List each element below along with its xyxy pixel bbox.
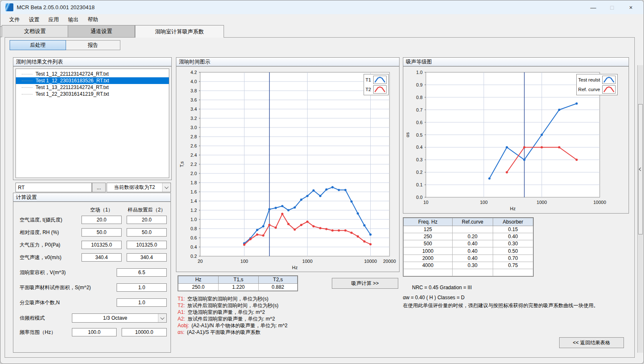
legend-label-test-result: Test reulst: [578, 77, 600, 82]
rt-name-input[interactable]: [15, 183, 92, 192]
tree-guide-line: [22, 87, 33, 88]
freq-table-cell: 250: [404, 233, 453, 240]
svg-text:10: 10: [423, 200, 428, 205]
octave-mode-combo[interactable]: 1/3 Octave: [72, 313, 167, 323]
pressure-2-input[interactable]: [127, 241, 167, 249]
note-label: αs:: [178, 329, 184, 335]
sound-speed-2-input[interactable]: [127, 253, 167, 262]
tree-guide-line: [22, 94, 33, 94]
freq-table-header: Ref.curve: [452, 218, 493, 226]
legend-label-t2: T2: [366, 87, 371, 92]
label-sample-area: 平面吸声材料试件面积，S(m^2): [20, 283, 91, 292]
rt-readout-table: Hz T1,s T2,s 250.0 1.220 0.882: [178, 275, 298, 291]
freq-table-cell: 0.20: [452, 233, 493, 240]
label-air-temp: 空气温度, t(摄氏度): [20, 216, 62, 224]
svg-text:100: 100: [240, 259, 248, 264]
subtab-report[interactable]: 报告: [66, 40, 120, 50]
freq-table-cell: 125: [404, 226, 453, 233]
note-text: (A2-A1)/S 平面吸声体的吸声系数: [187, 329, 260, 335]
absorption-calc-button[interactable]: 吸声计算 >>: [332, 278, 398, 289]
note-text: (A2-A1)/N 单个物体的吸声量，单位为: m^2: [191, 323, 288, 328]
rt-th-hz: Hz: [178, 276, 219, 284]
absorber-count-input[interactable]: [117, 298, 167, 307]
menu-item-4[interactable]: 帮助: [83, 15, 103, 25]
main-tab-strip: 文档设置通道设置混响室计算吸声系数: [2, 25, 224, 37]
menu-bar: 文件设置应用输出帮助: [0, 14, 644, 25]
t2-curve-icon: [373, 85, 387, 94]
svg-text:0.6: 0.6: [191, 235, 197, 240]
svg-text:1.4: 1.4: [191, 199, 197, 204]
file-name: Test 1_13_221123142724_RT.txt: [36, 84, 109, 90]
tree-guide-line: [22, 74, 33, 74]
menu-item-1[interactable]: 设置: [24, 15, 44, 25]
note-label: A1:: [178, 309, 185, 315]
sound-speed-1-input[interactable]: [81, 253, 122, 262]
svg-text:Hz: Hz: [510, 206, 515, 211]
svg-text:0.2: 0.2: [416, 170, 423, 175]
note-label: Aobj:: [178, 323, 189, 328]
file-list-item[interactable]: Test 1_12_230316183526_RT.txt: [16, 77, 169, 84]
main-tab-0[interactable]: 文档设置: [2, 25, 68, 37]
main-tab-2[interactable]: 混响室计算吸声系数: [135, 25, 224, 38]
chevron-down-icon[interactable]: [162, 183, 171, 192]
rt-chart[interactable]: 0.20.40.60.81.01.21.41.61.82.02.22.42.62…: [176, 66, 399, 272]
humidity-1-input[interactable]: [81, 228, 122, 237]
humidity-2-input[interactable]: [127, 228, 167, 237]
svg-text:1.0: 1.0: [191, 217, 197, 222]
freq-table-header: Absorber: [493, 218, 533, 226]
freq-max-input[interactable]: [122, 328, 167, 336]
app-logo-icon: [5, 3, 13, 11]
freq-table-cell: 0.75: [493, 262, 533, 269]
menu-item-2[interactable]: 应用: [44, 15, 64, 25]
pressure-1-input[interactable]: [81, 241, 122, 249]
freq-table-cell: [452, 269, 493, 276]
minimize-button[interactable]: —: [584, 0, 603, 14]
freq-table-cell: 1000: [404, 247, 453, 255]
svg-text:3.0: 3.0: [191, 125, 197, 130]
svg-text:0.6: 0.6: [416, 120, 423, 125]
tree-guide-line: [22, 81, 33, 81]
side-panel-expander[interactable]: [638, 104, 643, 234]
freq-table-row: 20000.400.70: [404, 255, 533, 262]
main-tab-1[interactable]: 通道设置: [68, 25, 135, 37]
sample-area-input[interactable]: [117, 283, 167, 292]
label-freq-range: 频率范围（Hz）: [20, 328, 56, 336]
svg-text:0.9: 0.9: [416, 82, 423, 87]
calc-settings-title: 计算设置: [13, 193, 171, 202]
svg-text:0.1: 0.1: [416, 182, 423, 187]
svg-text:0.7: 0.7: [416, 107, 423, 112]
file-name: Test 1_12_221123142724_RT.txt: [36, 71, 109, 77]
freq-table-cell: 0.15: [493, 226, 533, 233]
file-list-item[interactable]: Test 1_12_221123142724_RT.txt: [16, 71, 169, 77]
air-temp-2-input[interactable]: [127, 216, 167, 224]
rt-readout-hz: 250.0: [178, 283, 219, 291]
browse-button[interactable]: ...: [92, 183, 106, 192]
room-volume-input[interactable]: [117, 268, 167, 277]
svg-text:20: 20: [198, 259, 203, 264]
svg-text:3.6: 3.6: [191, 97, 197, 102]
t1-curve-icon: [373, 76, 387, 84]
menu-item-0[interactable]: 文件: [5, 15, 24, 25]
freq-table-cell: 0.50: [493, 247, 533, 255]
data-source-combo[interactable]: 当前数据读取为T2: [107, 183, 171, 192]
air-temp-1-input[interactable]: [81, 216, 122, 224]
menu-item-3[interactable]: 输出: [64, 15, 83, 25]
freq-table-cell: 0.70: [493, 255, 533, 262]
chevron-down-icon[interactable]: [158, 314, 166, 322]
label-octave-mode: 倍频程模式: [20, 314, 45, 322]
file-name: Test 1_12_230316183526_RT.txt: [36, 78, 109, 84]
close-button[interactable]: ×: [621, 0, 640, 14]
maximize-button[interactable]: □: [603, 0, 621, 14]
freq-table-cell: 0.40: [452, 240, 493, 247]
svg-text:2.0: 2.0: [191, 171, 197, 176]
freq-min-input[interactable]: [72, 328, 117, 336]
back-to-results-button[interactable]: << 返回结果表格: [559, 337, 624, 348]
svg-text:0.4: 0.4: [416, 145, 423, 150]
subtab-postprocess[interactable]: 后处理: [10, 40, 66, 50]
svg-text:1.6: 1.6: [191, 189, 197, 194]
svg-text:2.8: 2.8: [191, 134, 197, 139]
file-list-item[interactable]: Test 1_22_230316141219_RT.txt: [16, 91, 169, 97]
file-list-item[interactable]: Test 1_13_221123142724_RT.txt: [16, 84, 169, 91]
note-text: 空场混响室的吸声量，单位为: m^2: [188, 309, 265, 315]
definition-note: T2:放试件后混响室的混响时间，单位为秒(s): [178, 302, 399, 309]
